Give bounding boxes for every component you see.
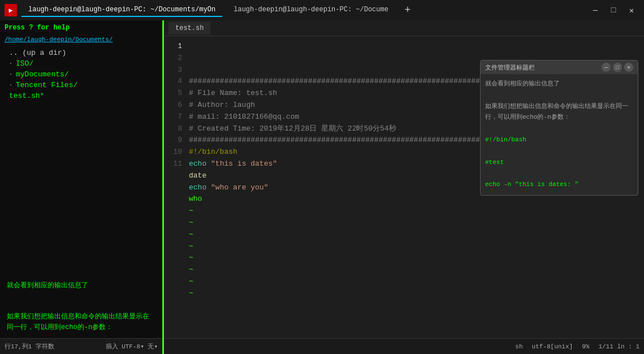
float-maximize[interactable]: □ (613, 63, 622, 72)
content-line: 如果我们想把输出信息和命令的输出结果显示在同一行，可以用到echo的-n参数： (7, 312, 155, 333)
close-button[interactable]: ✕ (624, 2, 639, 18)
float-dialog-controls: — □ ✕ (602, 63, 633, 72)
float-dialog: 文件管理器标题栏 — □ ✕ 就会看到相应的输出信息了 如果我们想把输出信息和命… (480, 60, 638, 196)
line-number-tilde (164, 182, 187, 194)
file-item[interactable]: ·Tencent Files/ (0, 80, 162, 90)
line-number-tilde (164, 205, 187, 217)
line-col-info: 1/11 ln : 1 (598, 343, 639, 350)
float-dialog-content: 就会看到相应的输出信息了 如果我们想把输出信息和命令的输出结果显示在同一行，可以… (481, 74, 638, 195)
float-content-line (485, 90, 633, 101)
line-number: 1 (164, 41, 187, 53)
tilde-line: ~ (189, 241, 642, 253)
float-content-line: #test (485, 157, 633, 169)
float-close[interactable]: ✕ (624, 63, 633, 72)
float-content-line: 如果我们想把输出信息和命令的输出结果显示在同一行，可以用到echo的-n参数： (485, 101, 633, 124)
float-minimize[interactable]: — (602, 63, 611, 72)
current-path[interactable]: /home/laugh-deepin/Documents/ (0, 35, 162, 46)
content-line (7, 173, 155, 184)
editor-tabs: test.sh (164, 20, 644, 36)
help-hint: Press ? for help (0, 20, 162, 35)
terminal-icon: ▶ (5, 4, 17, 16)
line-number: 9 (164, 135, 187, 146)
tilde-line: ~ (189, 229, 642, 241)
content-line (7, 265, 155, 276)
float-dialog-title: 文件管理器标题栏 (485, 63, 535, 72)
file-format: utf-8[unix] (532, 343, 573, 350)
line-number: 2 (164, 53, 187, 64)
add-tab-button[interactable]: + (400, 2, 416, 18)
content-line (7, 219, 155, 230)
float-content-line (485, 146, 633, 157)
file-list: .. (up a dir)·ISO/·myDocuments/·Tencent … (0, 46, 162, 169)
tilde-line: ~ (189, 217, 642, 229)
line-numbers: 1234567891011 (164, 36, 187, 338)
tilde-line: ~ (189, 264, 642, 276)
editor-status-bar: sh utf-8[unix] 9% 1/11 ln : 1 (164, 338, 644, 354)
line-number: 8 (164, 123, 187, 135)
right-panel: test.sh 1234567891011 ##################… (164, 20, 644, 354)
status-right: sh utf-8[unix] 9% 1/11 ln : 1 (515, 343, 639, 350)
float-content-line (485, 168, 633, 179)
line-number: 11 (164, 158, 187, 170)
minimize-button[interactable]: — (587, 2, 603, 18)
tilde-line: ~ (189, 252, 642, 264)
scroll-percent: 9% (582, 343, 589, 350)
content-line (7, 204, 155, 214)
maximize-button[interactable]: □ (606, 2, 621, 18)
line-number-tilde (164, 241, 187, 253)
tilde-line: ~ (189, 205, 642, 217)
file-type: sh (515, 343, 522, 350)
file-item[interactable]: test.sh* (0, 90, 162, 101)
content-line (7, 296, 155, 307)
main-area: Press ? for help /home/laugh-deepin/Docu… (0, 20, 644, 354)
file-item[interactable]: ·myDocuments/ (0, 69, 162, 80)
line-number: 4 (164, 76, 187, 88)
line-number: 5 (164, 88, 187, 100)
float-content-line (485, 123, 633, 135)
line-number-tilde (164, 193, 187, 205)
left-bottom-bar: 行17,列1 字符数 插入 UTF-8▾ 无▾ (0, 338, 162, 354)
line-number: 6 (164, 100, 187, 111)
line-number: 10 (164, 146, 187, 158)
float-content-line: echo -n "this is dates: " (485, 179, 633, 191)
window-controls: — □ ✕ (587, 2, 639, 18)
encoding-info: 插入 UTF-8▾ 无▾ (106, 342, 158, 351)
content-line: 就会看到相应的输出信息了 (7, 280, 155, 291)
line-number-tilde (164, 252, 187, 264)
cursor-position: 行17,列1 字符数 (5, 342, 54, 351)
tilde-line: ~ (189, 288, 642, 300)
float-content-line: #!/bin/bash (485, 135, 633, 146)
content-line (7, 250, 155, 261)
line-number: 3 (164, 64, 187, 76)
titlebar: ▶ laugh-deepin@laugh-deepin-PC: ~/Docume… (0, 0, 644, 20)
left-content-area: 就会看到相应的输出信息了 如果我们想把输出信息和命令的输出结果显示在同一行，可以… (0, 169, 162, 338)
content-line (7, 188, 155, 199)
tilde-line: ~ (189, 276, 642, 288)
content-line (7, 235, 155, 245)
tab-2[interactable]: laugh-deepin@laugh-deepin-PC: ~/Docume (227, 3, 395, 17)
file-item[interactable]: ·ISO/ (0, 58, 162, 69)
left-panel: Press ? for help /home/laugh-deepin/Docu… (0, 20, 164, 354)
line-number: 7 (164, 111, 187, 123)
file-item[interactable]: .. (up a dir) (0, 48, 162, 58)
float-dialog-titlebar: 文件管理器标题栏 — □ ✕ (481, 61, 638, 74)
line-number-tilde (164, 217, 187, 229)
float-content-line: 就会看到相应的输出信息了 (485, 79, 633, 90)
line-number-tilde (164, 229, 187, 241)
line-number-tilde (164, 170, 187, 182)
tab-1[interactable]: laugh-deepin@laugh-deepin-PC: ~/Document… (21, 3, 222, 17)
editor-tab-testsh[interactable]: test.sh (168, 22, 210, 34)
